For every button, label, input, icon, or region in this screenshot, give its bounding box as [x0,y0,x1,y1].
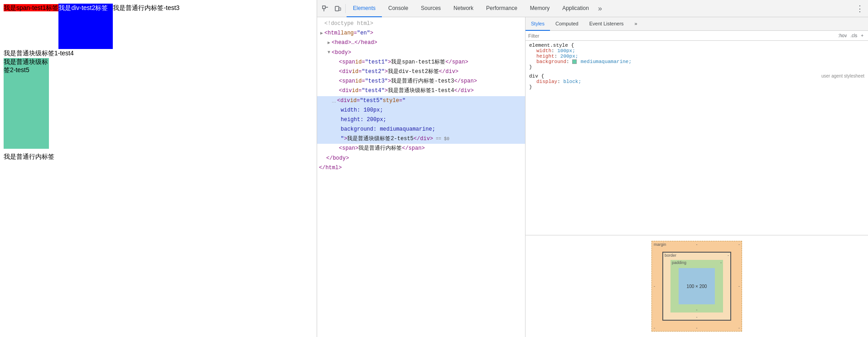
div-test5-highlight: 我是普通块级标签2-test5 [4,58,49,149]
style-prop-display: display: block; [529,79,864,84]
margin-dash-bc: - [696,326,698,330]
subtab-event-listeners[interactable]: Event Listeners [584,17,629,31]
margin-dash-r: - [738,284,740,288]
hov-button[interactable]: :hov [836,32,849,39]
tree-body-close[interactable]: </body> [317,154,525,163]
tab-console[interactable]: Console [382,0,415,17]
span-test1: 我是span-test1标签 [4,4,58,11]
tree-div5-height[interactable]: height: 200px; [317,115,525,125]
tab-memory[interactable]: Memory [524,0,556,17]
svg-rect-3 [335,6,339,11]
devtools-more-options-button[interactable]: ⋮ [854,2,866,15]
div-test4: 我是普通块级标签1-test4 [4,49,313,58]
margin-dash-br: - [738,326,740,330]
styles-filter-bar: :hov .cls + [526,31,868,41]
tree-span1[interactable]: <span id="test1">我是span-test1标签</span> [317,58,525,67]
styles-content: element.style { width: 100px; height: 20… [526,41,868,235]
styles-subtabs: Styles Computed Event Listeners » [526,17,868,31]
tree-span-inner[interactable]: <span>我是普通行内标签</span> [317,144,525,153]
tree-div2[interactable]: <div id="test2">我是div-test2标签</div> [317,67,525,77]
tree-div5-width[interactable]: width: 100px; [317,106,525,115]
tab-network[interactable]: Network [447,0,480,17]
border-dash-tr: - [728,253,729,258]
margin-dash-tr: - [738,242,740,247]
tree-html-close[interactable]: </html> [317,163,525,173]
cls-button[interactable]: .cls [849,32,859,39]
tree-div5-close-attr[interactable]: ">我是普通块级标签2-test5</div> == $0 [317,134,525,144]
style-rule-close-div: } [529,84,864,90]
style-rule-close-element: } [529,64,864,70]
padding-dash-bc: - [696,308,698,312]
color-swatch-bg[interactable] [572,59,577,64]
toolbar-separator-1 [345,4,346,13]
devtools-body: <!doctype html> ▶ <html lang="en"> ▶ <he… [317,17,868,337]
div-test5: 我是普通块级标签2-test5 [4,58,49,149]
border-label: border [665,253,676,258]
box-model-diagram: margin - - - - - - - [651,241,742,332]
tree-span3[interactable]: <span id="test3">我是普通行内标签-test3</span> [317,77,525,86]
subtab-styles[interactable]: Styles [526,17,550,31]
tree-div5-open[interactable]: … <div id="test5" style=" [317,96,525,106]
padding-label: padding [672,260,686,265]
elements-panel[interactable]: <!doctype html> ▶ <html lang="en"> ▶ <he… [317,17,526,337]
span-inline: 我是普通行内标签 [4,153,54,160]
box-size-label: 100 × 200 [687,284,707,289]
box-padding: padding - - 100 × 200 [670,260,723,313]
style-rule-selector-element: element.style { [529,43,864,48]
span-test3: 我是普通行内标签-test3 [113,4,179,11]
inspect-element-button[interactable] [319,2,332,15]
style-prop-height: height: 200px; [529,54,864,59]
tree-div4[interactable]: <div id="test4">我是普通块级标签1-test4</div> [317,86,525,96]
margin-dash-l: - [654,284,655,288]
tree-div5-bg[interactable]: background: mediumaquamarine; [317,125,525,134]
styles-panel: Styles Computed Event Listeners » :hov [526,17,868,337]
svg-rect-0 [323,6,325,9]
style-prop-background: background: mediumaquamarine; [529,59,864,64]
style-prop-width: width: 100px; [529,48,864,54]
tree-head[interactable]: ▶ <head>…</head> [317,38,525,48]
padding-dash-tr: - [720,260,722,265]
style-rule-div: div { user agent stylesheet display: blo… [529,73,864,90]
devtools-panel: Elements Console Sources Network Perform… [317,0,868,337]
span-inline-wrapper: 我是普通行内标签 [4,152,313,161]
devtools-toolbar: Elements Console Sources Network Perform… [317,0,868,17]
margin-dash-bl: - [654,326,655,330]
div5-text: 我是普通块级标签2-test5 [4,58,48,73]
box-model-section: margin - - - - - - - [526,235,868,337]
preview-pane: 我是span-test1标签我是div-test2标签我是普通行内标签-test… [0,0,317,337]
style-rule-selector-div: div { user agent stylesheet [529,73,864,79]
tree-html[interactable]: ▶ <html lang="en"> [317,29,525,38]
subtab-computed[interactable]: Computed [550,17,584,31]
box-content: 100 × 200 [679,268,715,304]
margin-label: margin [654,242,666,247]
tab-sources[interactable]: Sources [415,0,447,17]
main-area: 我是span-test1标签我是div-test2标签我是普通行内标签-test… [0,0,868,337]
more-tabs-button[interactable]: » [595,3,605,15]
tree-doctype[interactable]: <!doctype html> [317,19,525,29]
tab-performance[interactable]: Performance [480,0,524,17]
preview-content: 我是span-test1标签我是div-test2标签我是普通行内标签-test… [0,0,317,165]
margin-dash-tc: - [696,242,698,247]
styles-filter-input[interactable] [528,33,836,39]
tab-application[interactable]: Application [556,0,595,17]
box-border: border - - padding - - 100 × 200 [662,252,731,321]
div-test2-wrapper: 我是div-test2标签 [58,4,113,49]
tree-body-open[interactable]: ▼ <body> [317,48,525,58]
tree-ellipsis-button[interactable]: … [331,98,337,103]
svg-rect-4 [339,8,341,10]
subtab-more[interactable]: » [629,17,643,31]
border-dash-bc: - [696,315,698,319]
html-tree: <!doctype html> ▶ <html lang="en"> ▶ <he… [317,17,525,175]
tab-elements[interactable]: Elements [347,0,382,17]
style-rule-element: element.style { width: 100px; height: 20… [529,43,864,70]
add-style-button[interactable]: + [859,32,865,39]
device-toggle-button[interactable] [332,2,344,15]
preview-line1: 我是span-test1标签我是div-test2标签我是普通行内标签-test… [4,4,313,49]
